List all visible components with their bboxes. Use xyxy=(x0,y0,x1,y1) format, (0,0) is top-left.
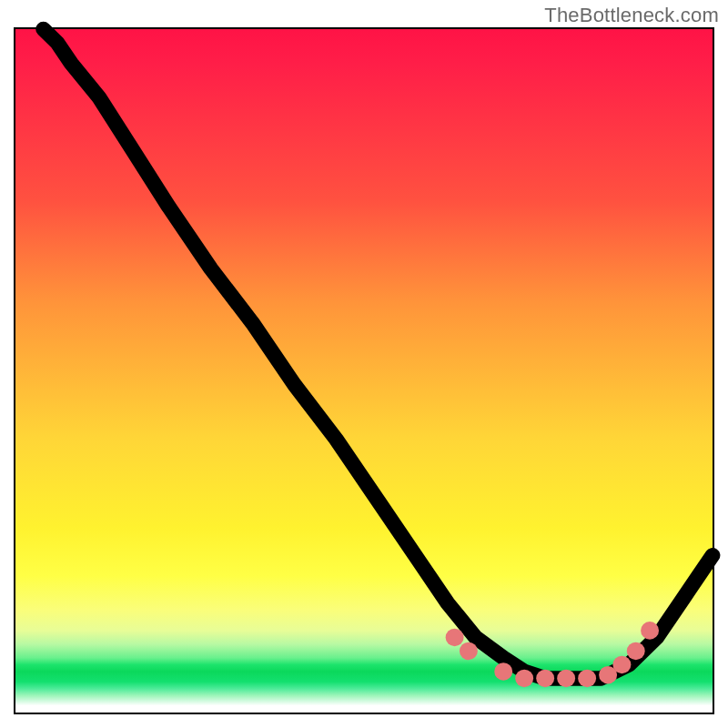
scatter-dot xyxy=(612,656,631,674)
scatter-dot xyxy=(641,622,659,640)
chart-svg xyxy=(15,29,713,713)
scatter-dot xyxy=(627,642,645,661)
scatter-dot xyxy=(446,629,464,647)
bottleneck-curve xyxy=(44,29,713,678)
scatter-dot xyxy=(578,670,596,688)
plot-area xyxy=(14,27,714,714)
scatter-dot xyxy=(515,670,533,688)
scatter-dot xyxy=(536,670,554,688)
watermark-text: TheBottleneck.com xyxy=(544,4,719,27)
scatter-dot xyxy=(494,662,512,681)
scatter-dot xyxy=(557,670,575,688)
scatter-dot xyxy=(460,642,478,661)
chart-stage: TheBottleneck.com xyxy=(0,0,728,728)
